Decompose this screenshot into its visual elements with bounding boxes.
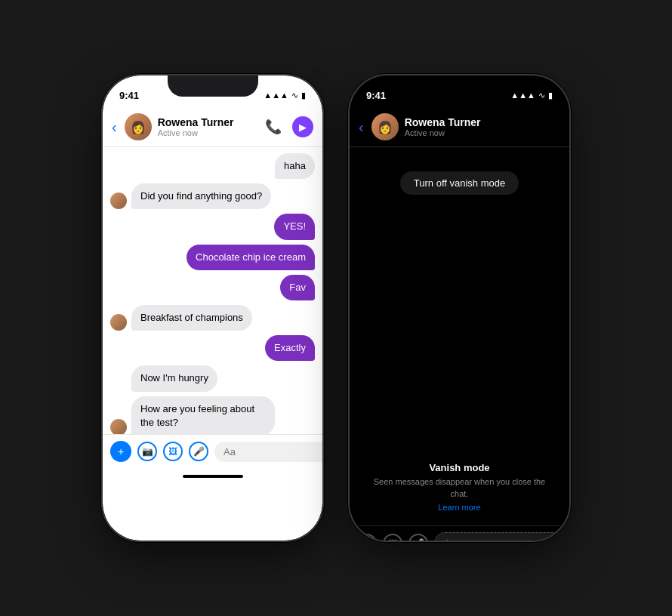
- camera-button-left[interactable]: 📷: [137, 442, 157, 461]
- time-left: 9:41: [119, 90, 139, 101]
- vanish-desc: Seen messages disappear when you close t…: [371, 476, 548, 500]
- bubble-5: Fav: [280, 275, 315, 300]
- avatar-image-left: 👩: [125, 113, 152, 140]
- contact-status-left: Active now: [158, 128, 259, 137]
- gallery-button-left[interactable]: 🖼: [163, 442, 183, 461]
- back-button-left[interactable]: ‹: [112, 119, 117, 136]
- home-indicator-left: [103, 471, 322, 482]
- avatar-msg-2: [110, 192, 127, 209]
- vanish-banner[interactable]: Turn off vanish mode: [400, 171, 519, 195]
- msg-row-2: Did you find anything good?: [110, 183, 315, 209]
- wifi-icon-left: ∿: [291, 91, 298, 100]
- bubble-6: Breakfast of champions: [131, 305, 252, 331]
- phone-left-content: ‹ 👩 Rowena Turner Active now 📞 ▶: [103, 109, 322, 541]
- avatar-msg-6: [110, 314, 127, 331]
- add-icon-left: +: [118, 445, 124, 457]
- chat-header-right: ‹ 👩 Rowena Turner Active now: [350, 109, 569, 147]
- notch-right: [415, 75, 505, 97]
- msg-row-7: Exactly: [110, 335, 315, 361]
- bubble-8: Now I'm hungry: [131, 365, 217, 391]
- mic-button-right[interactable]: 🎤: [408, 534, 428, 541]
- msg-text-7: Exactly: [274, 342, 306, 353]
- contact-name-left: Rowena Turner: [158, 116, 259, 129]
- msg-text-9: How are you feeling about the test?: [140, 403, 254, 428]
- signal-icon-left: ▲▲▲: [264, 91, 288, 100]
- msg-row-8: Now I'm hungry: [110, 365, 315, 391]
- bubble-2: Did you find anything good?: [131, 183, 271, 209]
- add-button-left[interactable]: +: [110, 441, 131, 462]
- msg-text-6: Breakfast of champions: [140, 312, 243, 323]
- avatar-left: 👩: [125, 113, 152, 140]
- mic-button-left[interactable]: 🎤: [189, 442, 208, 461]
- signal-icon-right: ▲▲▲: [510, 91, 535, 100]
- avatar-placeholder-8: [110, 375, 127, 392]
- back-button-right[interactable]: ‹: [359, 119, 364, 136]
- avatar-msg-9: [110, 419, 127, 434]
- phone-right: 9:41 ▲▲▲ ∿ ▮ ‹ 👩 Rowena Turner Active n: [348, 74, 571, 542]
- learn-more-link[interactable]: Learn more: [438, 503, 480, 512]
- phone-left: 9:41 ▲▲▲ ∿ ▮ ‹ 👩 Rowena Turner Active n: [101, 74, 324, 542]
- msg-row-4: Chocolate chip ice cream: [110, 245, 315, 270]
- wifi-icon-right: ∿: [538, 91, 545, 100]
- dark-chat-area: Turn off vanish mode Vanish mode Seen me…: [350, 147, 569, 525]
- input-bar-left: + 📷 🖼 🎤 😊 👍: [103, 434, 322, 471]
- msg-row-5: Fav: [110, 275, 315, 300]
- phone-right-content: ‹ 👩 Rowena Turner Active now Turn off va…: [350, 109, 569, 541]
- phone-left-screen: 9:41 ▲▲▲ ∿ ▮ ‹ 👩 Rowena Turner Active n: [103, 75, 322, 541]
- phones-container: 9:41 ▲▲▲ ∿ ▮ ‹ 👩 Rowena Turner Active n: [101, 74, 571, 542]
- battery-icon-right: ▮: [548, 91, 553, 100]
- msg-text-5: Fav: [289, 282, 306, 293]
- msg-text-1: haha: [284, 160, 306, 171]
- header-actions-left: 📞 ▶: [265, 116, 313, 137]
- phone-right-screen: 9:41 ▲▲▲ ∿ ▮ ‹ 👩 Rowena Turner Active n: [350, 75, 569, 541]
- msg-text-2: Did you find anything good?: [140, 190, 262, 202]
- msg-row-3: YES!: [110, 214, 315, 239]
- msg-text-4: Chocolate chip ice cream: [196, 251, 306, 263]
- contact-info-left: Rowena Turner Active now: [158, 116, 259, 138]
- bubble-3: YES!: [274, 214, 315, 239]
- vanish-banner-text: Turn off vanish mode: [414, 177, 505, 189]
- notch-left: [168, 75, 258, 97]
- input-bar-right: 📷 🖼 🎤 😊 👍: [350, 525, 569, 541]
- vanish-info: Vanish mode Seen messages disappear when…: [356, 456, 563, 519]
- bubble-1: haha: [275, 153, 315, 179]
- vanish-banner-row: Turn off vanish mode: [400, 153, 519, 207]
- message-input-left[interactable]: [214, 442, 322, 462]
- gallery-button-right[interactable]: 🖼: [383, 534, 402, 541]
- home-bar-left: [183, 475, 243, 478]
- msg-row-9: How are you feeling about the test?: [110, 396, 315, 435]
- bubble-4: Chocolate chip ice cream: [186, 245, 315, 270]
- contact-name-right: Rowena Turner: [405, 116, 560, 129]
- msg-text-3: YES!: [283, 220, 306, 232]
- time-right: 9:41: [366, 90, 386, 101]
- msg-row-1: haha: [110, 153, 315, 179]
- contact-info-right: Rowena Turner Active now: [405, 116, 560, 138]
- camera-button-right[interactable]: 📷: [357, 534, 377, 541]
- avatar-right: 👩: [371, 113, 399, 140]
- video-button-left[interactable]: ▶: [292, 116, 313, 137]
- msg-text-8: Now I'm hungry: [140, 372, 208, 383]
- chat-header-left: ‹ 👩 Rowena Turner Active now 📞 ▶: [103, 109, 322, 147]
- avatar-image-right: 👩: [371, 113, 399, 140]
- message-input-right[interactable]: [434, 532, 569, 541]
- bubble-9: How are you feeling about the test?: [131, 396, 275, 435]
- msg-row-6: Breakfast of champions: [110, 305, 315, 331]
- contact-status-right: Active now: [405, 128, 560, 137]
- call-icon-left[interactable]: 📞: [265, 119, 282, 135]
- bubble-7: Exactly: [265, 335, 315, 361]
- status-icons-right: ▲▲▲ ∿ ▮: [510, 91, 553, 100]
- status-icons-left: ▲▲▲ ∿ ▮: [264, 91, 306, 100]
- battery-icon-left: ▮: [301, 91, 306, 100]
- video-icon-left: ▶: [299, 122, 307, 133]
- messages-area-left: haha Did you find anything good? YES!: [103, 147, 322, 434]
- vanish-title: Vanish mode: [371, 462, 548, 473]
